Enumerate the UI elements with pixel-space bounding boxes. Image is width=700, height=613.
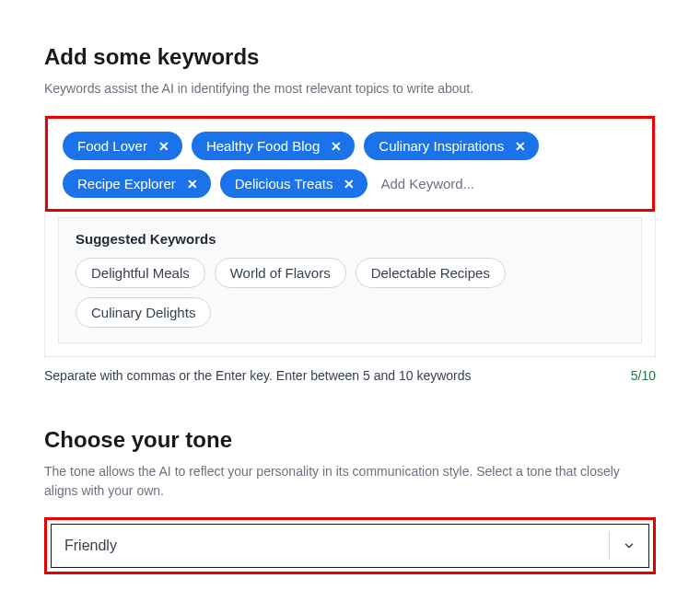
keyword-chip[interactable]: Delicious Treats ✕ (220, 169, 368, 198)
close-icon[interactable]: ✕ (342, 177, 356, 191)
tone-select-value: Friendly (52, 525, 609, 567)
selected-keywords-highlight: Food Lover ✕ Healthy Food Blog ✕ Culinar… (45, 116, 655, 212)
keyword-chip[interactable]: Recipe Explorer ✕ (63, 169, 211, 198)
tone-select-highlight: Friendly (44, 517, 656, 574)
suggested-keywords-list: Delightful Meals World of Flavors Delect… (76, 258, 624, 328)
tone-description: The tone allows the AI to reflect your p… (44, 462, 656, 501)
keywords-title: Add some keywords (44, 44, 656, 70)
keyword-chip[interactable]: Culinary Inspirations ✕ (364, 132, 539, 160)
tone-section: Choose your tone The tone allows the AI … (44, 427, 656, 574)
keywords-panel: Food Lover ✕ Healthy Food Blog ✕ Culinar… (44, 115, 656, 357)
add-keyword-input[interactable] (377, 170, 559, 197)
close-icon[interactable]: ✕ (185, 177, 200, 191)
selected-keywords-area[interactable]: Food Lover ✕ Healthy Food Blog ✕ Culinar… (48, 119, 652, 209)
keyword-chip[interactable]: Food Lover ✕ (63, 132, 182, 160)
suggested-keyword-chip[interactable]: Delectable Recipes (356, 258, 506, 288)
suggested-keyword-chip[interactable]: Culinary Delights (76, 297, 211, 328)
suggested-keywords-title: Suggested Keywords (76, 231, 624, 247)
chevron-down-icon[interactable] (610, 525, 648, 567)
suggested-keyword-chip[interactable]: Delightful Meals (76, 258, 205, 288)
suggested-keyword-chip[interactable]: World of Flavors (215, 258, 346, 288)
keyword-chip[interactable]: Healthy Food Blog ✕ (192, 132, 355, 160)
close-icon[interactable]: ✕ (329, 139, 344, 154)
keyword-chip-label: Recipe Explorer (77, 176, 176, 191)
keywords-description: Keywords assist the AI in identifying th… (44, 79, 656, 98)
keyword-chip-label: Delicious Treats (235, 176, 333, 191)
close-icon[interactable]: ✕ (157, 139, 171, 154)
suggested-keywords-panel: Suggested Keywords Delightful Meals Worl… (58, 217, 642, 343)
keywords-helper-text: Separate with commas or the Enter key. E… (44, 368, 472, 383)
close-icon[interactable]: ✕ (513, 139, 528, 154)
keyword-chip-label: Culinary Inspirations (379, 138, 504, 154)
keyword-chip-label: Food Lover (77, 138, 147, 154)
tone-select[interactable]: Friendly (51, 524, 649, 568)
tone-title: Choose your tone (44, 427, 656, 453)
keywords-counter: 5/10 (631, 368, 656, 383)
keywords-helper-row: Separate with commas or the Enter key. E… (44, 368, 656, 383)
keyword-chip-label: Healthy Food Blog (206, 138, 320, 154)
keywords-section: Add some keywords Keywords assist the AI… (44, 44, 656, 383)
